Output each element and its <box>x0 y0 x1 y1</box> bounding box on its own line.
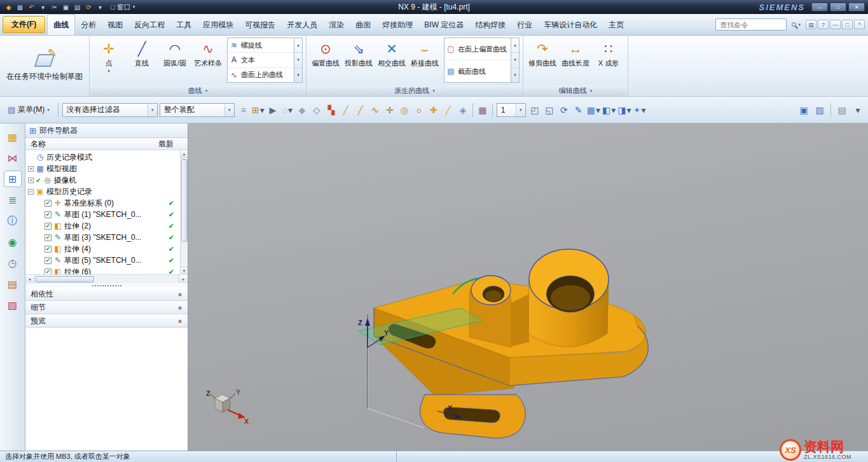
fit-view-button[interactable]: ◱ <box>542 102 556 118</box>
column-latest[interactable]: 最新 <box>158 139 188 150</box>
zoom-window-button[interactable]: ◰ <box>528 102 542 118</box>
snap-gem-button[interactable]: ◈ <box>456 102 470 118</box>
group-label-派生的曲线[interactable]: 派生的曲线▾ <box>307 85 523 96</box>
expand-icon[interactable]: + <box>28 178 34 183</box>
rectangle-select-button[interactable]: ⊞▾ <box>251 102 265 118</box>
collapse-ribbon-button[interactable]: ^ <box>854 20 865 29</box>
tree-row-摄像机[interactable]: +✔◎摄像机 <box>25 174 179 186</box>
panel-splitter[interactable] <box>25 283 188 288</box>
tree-row-草图 (1) "SKETCH_0...[interactable]: ✔✎草图 (1) "SKETCH_0...✔ <box>25 209 179 220</box>
scroll-down-button[interactable]: ▾ <box>294 53 302 67</box>
repeat-caret-button[interactable]: ▾ <box>95 2 106 12</box>
list-item-在面上偏置曲线[interactable]: ▢在面上偏置曲线 <box>444 38 511 60</box>
tree-row-历史记录模式[interactable]: ◷历史记录模式 <box>25 151 179 163</box>
tree-row-基准坐标系 (0)[interactable]: ✔✛基准坐标系 (0)✔ <box>25 197 179 209</box>
highlight-related-button[interactable]: ≡ <box>237 102 251 118</box>
cut-button[interactable]: ✂ <box>49 2 60 12</box>
tab-车辆设计自动化[interactable]: 车辆设计自动化 <box>538 15 603 35</box>
measure-button[interactable]: ▤ <box>835 102 849 118</box>
snap-endpoint-button[interactable]: ╱ <box>339 102 353 118</box>
tab-渲染[interactable]: 渲染 <box>323 15 350 35</box>
selection-filter-dropdown[interactable]: 没有选择过滤器 ▾ <box>62 103 158 117</box>
tree-row-拉伸 (2)[interactable]: ✔◧拉伸 (2)✔ <box>25 220 179 232</box>
paste-button[interactable]: ▤ <box>72 2 83 12</box>
palette-button[interactable]: ▧ <box>4 297 22 313</box>
scroll-up-button[interactable]: ▴ <box>294 38 302 53</box>
checkbox[interactable]: ✔ <box>45 257 52 264</box>
checkbox[interactable]: ✔ <box>45 234 52 241</box>
checkbox[interactable]: ✔ <box>45 223 52 230</box>
minimize-button[interactable]: — <box>811 3 828 11</box>
tree-row-草图 (3) "SKETCH_0...[interactable]: ✔✎草图 (3) "SKETCH_0...✔ <box>25 232 179 243</box>
tab-主页[interactable]: 主页 <box>603 15 630 35</box>
scroll-up-button[interactable]: ▴ <box>511 38 519 53</box>
group-label-曲线[interactable]: 曲线▾ <box>90 85 306 96</box>
orient-view-button[interactable]: ◨▾ <box>617 102 631 118</box>
process-studio-button[interactable]: ▤ <box>4 276 22 292</box>
checkbox[interactable]: ✔ <box>45 246 52 253</box>
minimize-ribbon-button[interactable]: — <box>830 20 841 29</box>
horizontal-scrollbar[interactable]: ◂ ▸ <box>25 274 188 283</box>
tab-BIW 定位器[interactable]: BIW 定位器 <box>418 15 469 35</box>
ribbon-button-圆弧/圆[interactable]: ◠圆弧/圆 <box>159 38 191 85</box>
user-interface-button[interactable]: ▤ <box>806 20 816 29</box>
assembly-navigator-button[interactable]: ▦ <box>4 129 22 145</box>
tab-行业[interactable]: 行业 <box>511 15 538 35</box>
list-item-螺旋线[interactable]: ≋螺旋线 <box>228 38 294 53</box>
repeat-button[interactable]: ⟳ <box>83 2 94 12</box>
navigator-column-header[interactable]: 名称 最新 <box>25 138 188 150</box>
tab-曲面[interactable]: 曲面 <box>350 15 376 35</box>
scroll-up-button[interactable]: ▴ <box>181 150 188 158</box>
constraint-navigator-button[interactable]: ⋈ <box>4 150 22 166</box>
list-item-曲面上的曲线[interactable]: ∿曲面上的曲线 <box>228 68 294 82</box>
view-effects-button[interactable]: ✦▾ <box>633 102 647 118</box>
list-item-截面曲线[interactable]: ▤截面曲线 <box>444 60 511 82</box>
selection-scope-dropdown[interactable]: 整个装配 ▾ <box>160 103 235 117</box>
undo-button[interactable]: ↶ <box>26 2 37 12</box>
tab-反向工程[interactable]: 反向工程 <box>128 15 170 35</box>
ribbon-button-桥接曲线[interactable]: ⌣桥接曲线 <box>409 38 441 85</box>
ribbon-button-修剪曲线[interactable]: ↷修剪曲线 <box>527 38 558 85</box>
snap-midpoint-button[interactable]: ╱ <box>354 102 368 118</box>
search-input[interactable] <box>715 18 787 31</box>
checkbox[interactable]: ✔ <box>45 200 52 207</box>
file-menu-button[interactable]: 文件(F) <box>3 16 45 33</box>
ribbon-button-偏置曲线[interactable]: ⊙偏置曲线 <box>310 38 341 85</box>
save-button[interactable]: ▦ <box>15 2 25 12</box>
work-layer-dropdown[interactable]: 1 ▾ <box>497 103 526 117</box>
view-triad[interactable]: Z Y X <box>206 388 249 425</box>
snap-existing-point-button[interactable]: ✚ <box>427 102 441 118</box>
tab-分析[interactable]: 分析 <box>75 15 102 35</box>
column-name[interactable]: 名称 <box>25 139 158 150</box>
panel-预览[interactable]: 预览« <box>25 314 188 328</box>
display-grid-button[interactable]: ▦▾ <box>586 102 601 118</box>
copy-button[interactable]: ▣ <box>60 2 71 12</box>
viewport-canvas[interactable]: Z Y X Z Y X <box>188 123 868 451</box>
snap-quadrant-button[interactable]: ○ <box>412 102 426 118</box>
tab-应用模块[interactable]: 应用模块 <box>197 15 239 35</box>
select-cursor-button[interactable]: ▶ <box>266 102 280 118</box>
render-style-button[interactable]: ◧▾ <box>602 102 616 118</box>
ribbon-button-曲线长度[interactable]: ↔曲线长度 <box>560 38 591 85</box>
tree-row-模型历史记录[interactable]: −▣模型历史记录 <box>25 186 179 197</box>
undo-caret-button[interactable]: ▾ <box>38 2 48 12</box>
wireframe-solid-button[interactable]: ◇ <box>310 102 324 118</box>
tree-row-拉伸 (6)[interactable]: ✔◧拉伸 (6)✔ <box>25 266 179 274</box>
tab-可视报告[interactable]: 可视报告 <box>239 15 281 35</box>
tab-结构焊接[interactable]: 结构焊接 <box>469 15 511 35</box>
shaded-solid-button[interactable]: ◆ <box>295 102 309 118</box>
snap-point-button[interactable]: ▚ <box>324 102 338 118</box>
graphics-window[interactable]: Z Y X Z Y X <box>188 123 868 451</box>
scroll-down-button[interactable]: ▾ <box>181 267 188 274</box>
vertical-scrollbar[interactable]: ▴ ▾ <box>180 150 188 274</box>
collapse-icon[interactable]: − <box>28 189 34 195</box>
scroll-down-button[interactable]: ▾ <box>511 53 519 67</box>
scroll-thumb[interactable] <box>181 159 188 242</box>
group-label-编辑曲线[interactable]: 编辑曲线▾ <box>523 85 628 96</box>
ribbon-button-点[interactable]: ✛点▾ <box>93 38 125 85</box>
snap-intersection-button[interactable]: ✛ <box>383 102 397 118</box>
list-item-文本[interactable]: A文本 <box>228 53 294 67</box>
reuse-library-button[interactable]: ≣ <box>4 192 22 208</box>
tab-焊接助理[interactable]: 焊接助理 <box>376 15 418 35</box>
checkbox[interactable]: ✔ <box>45 211 52 218</box>
